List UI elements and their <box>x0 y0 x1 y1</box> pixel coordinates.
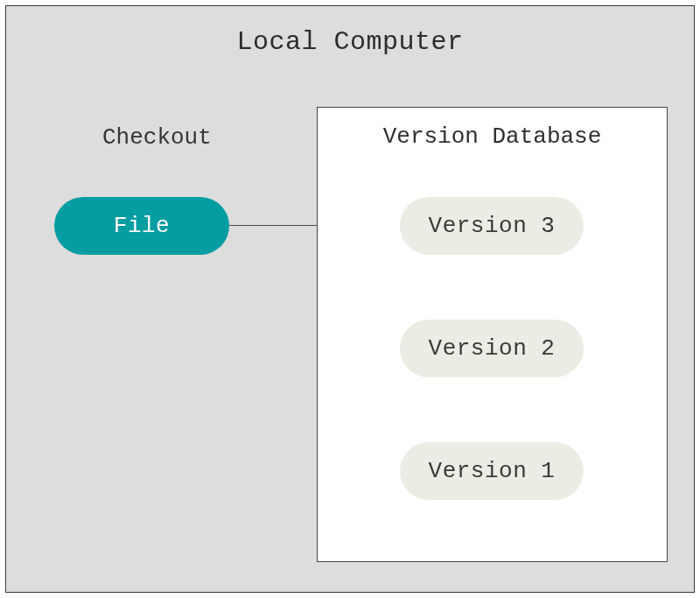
version-node-label: Version 1 <box>429 458 556 484</box>
version-node-1: Version 1 <box>400 442 584 500</box>
checkout-label: Checkout <box>102 124 212 151</box>
page-title: Local Computer <box>6 27 694 57</box>
version-node-label: Version 3 <box>429 213 556 239</box>
version-node-3: Version 3 <box>400 197 584 255</box>
local-computer-box: Local Computer Checkout Version Database… <box>5 5 695 593</box>
version-database-label: Version Database <box>318 123 667 150</box>
version-node-2: Version 2 <box>400 320 584 377</box>
version-node-label: Version 2 <box>429 335 556 362</box>
file-node-label: File <box>114 213 170 239</box>
file-node: File <box>54 197 229 255</box>
